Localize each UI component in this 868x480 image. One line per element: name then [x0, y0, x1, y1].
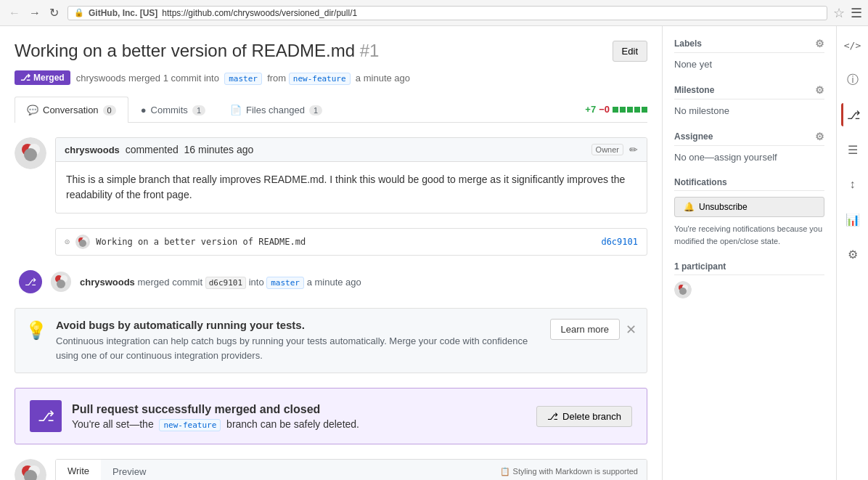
right-panel: Labels ⚙ None yet Milestone ⚙ No milesto… — [662, 26, 836, 480]
merge-target-branch: master — [266, 277, 304, 289]
new-comment-section: Write Preview 📋 Styling with Markdown is… — [15, 459, 647, 480]
assignee-value: No one—assign yourself — [674, 152, 824, 163]
diff-stat: +7 −0 — [585, 104, 647, 115]
conversation-icon: 💬 — [27, 105, 38, 115]
url-text: https://github.com/chryswoods/versioned_… — [162, 8, 357, 18]
diff-block-3 — [627, 107, 633, 113]
sidebar-code-icon[interactable]: </> — [841, 33, 864, 57]
commit-hash[interactable]: d6c9101 — [601, 237, 638, 247]
diff-block-1 — [613, 107, 618, 113]
tab-conversation[interactable]: 💬 Conversation 0 — [15, 97, 128, 123]
assignee-gear-icon[interactable]: ⚙ — [815, 131, 824, 142]
milestone-value: No milestone — [674, 105, 824, 116]
lock-icon: 🔒 — [74, 8, 84, 17]
sidebar-pr-icon[interactable]: ⎇ — [841, 103, 864, 126]
svg-point-3 — [24, 148, 37, 161]
tab-commits[interactable]: ● Commits 1 — [128, 97, 218, 123]
notifications-section: Notifications 🔔 Unsubscribe You're recei… — [674, 177, 824, 247]
tabs-bar: 💬 Conversation 0 ● Commits 1 📄 Files cha… — [15, 97, 647, 123]
merged-success-icon: ⎇ — [30, 400, 62, 432]
edit-button[interactable]: Edit — [613, 41, 647, 62]
main-layout: Working on a better version of README.md… — [0, 26, 868, 480]
sidebar-chart-icon[interactable]: 📊 — [841, 208, 864, 231]
refresh-button[interactable]: ↻ — [46, 4, 62, 21]
merged-success-title: Pull request successfully merged and clo… — [72, 403, 526, 416]
assignee-header: Assignee ⚙ — [674, 131, 824, 146]
notification-title: Avoid bugs by automatically running your… — [56, 319, 541, 331]
milestone-section: Milestone ⚙ No milestone — [674, 84, 824, 116]
sidebar-settings-icon[interactable]: ⚙ — [841, 243, 864, 266]
diff-add: +7 — [585, 104, 596, 115]
content-area: Working on a better version of README.md… — [0, 26, 662, 480]
comment-box: chryswoods commented 16 minutes ago Owne… — [55, 137, 647, 213]
milestone-header: Milestone ⚙ — [674, 84, 824, 99]
source-branch: new-feature — [289, 73, 351, 85]
diff-block-4 — [634, 107, 640, 113]
right-icon-sidebar: </> ⓘ ⎇ ☰ ↕ 📊 ⚙ — [836, 26, 868, 480]
preview-tab[interactable]: Preview — [101, 460, 157, 480]
participants-header: 1 participant — [674, 261, 824, 275]
pr-meta-text: chryswoods merged 1 commit into master f… — [76, 73, 410, 84]
tab-files-changed[interactable]: 📄 Files changed 1 — [218, 97, 335, 123]
commit-reference: ⊙ Working on a better version of README.… — [55, 228, 647, 256]
pr-body: chryswoods commented 16 minutes ago Owne… — [15, 123, 647, 480]
delete-branch-icon: ⎇ — [547, 411, 558, 422]
comment-body: This is a simple branch that really impr… — [56, 162, 647, 213]
merge-event-row: ⎇ chryswoods merged commit d6c9101 into … — [15, 270, 647, 293]
back-button[interactable]: ← — [6, 4, 23, 21]
commits-icon: ● — [141, 105, 147, 115]
bookmark-button[interactable]: ☆ — [833, 5, 845, 21]
edit-comment-icon[interactable]: ✏ — [629, 144, 638, 155]
markdown-icon: 📋 — [500, 467, 510, 476]
notifications-header: Notifications — [674, 177, 824, 191]
pr-title-text: Working on a better version of README.md — [15, 41, 355, 60]
participant-avatar — [674, 281, 692, 298]
sidebar-list-icon[interactable]: ☰ — [841, 138, 864, 161]
pr-number: #1 — [360, 41, 380, 60]
labels-gear-icon[interactable]: ⚙ — [815, 38, 824, 49]
milestone-gear-icon[interactable]: ⚙ — [815, 84, 824, 96]
notifications-description: You're receiving notifications because y… — [674, 223, 824, 247]
conversation-tab-label: Conversation — [43, 105, 99, 115]
new-comment-avatar — [15, 459, 46, 480]
deleted-branch: new-feature — [159, 419, 221, 431]
merge-event-author: chryswoods — [80, 277, 135, 288]
svg-point-19 — [679, 288, 687, 295]
sidebar-graph-icon[interactable]: ↕ — [841, 173, 864, 196]
address-bar[interactable]: 🔒 GitHub, Inc. [US] https://github.com/c… — [67, 6, 827, 20]
notification-close-button[interactable]: ✕ — [626, 322, 636, 338]
labels-header: Labels ⚙ — [674, 38, 824, 53]
merge-commit-hash: d6c9101 — [205, 277, 246, 289]
notification-description: Continuous integration can help catch bu… — [56, 334, 541, 362]
merge-event-text: chryswoods merged commit d6c9101 into ma… — [80, 277, 361, 288]
merged-success-desc: You're all set—the new-feature branch ca… — [72, 418, 526, 430]
participants-title: 1 participant — [674, 261, 726, 272]
comment-author: chryswoods — [65, 145, 120, 155]
browser-navigation: ← → ↻ — [6, 4, 62, 21]
milestone-title: Milestone — [674, 85, 714, 95]
learn-more-button[interactable]: Learn more — [550, 319, 620, 340]
notification-actions: Learn more ✕ — [550, 319, 636, 340]
assignee-section: Assignee ⚙ No one—assign yourself — [674, 131, 824, 163]
labels-title: Labels — [674, 38, 702, 49]
page-title: Working on a better version of README.md… — [15, 41, 379, 61]
labels-section: Labels ⚙ None yet — [674, 38, 824, 70]
commits-tab-label: Commits — [151, 105, 188, 115]
write-tabs: Write Preview 📋 Styling with Markdown is… — [56, 460, 647, 480]
participants-section: 1 participant — [674, 261, 824, 298]
write-tab[interactable]: Write — [56, 460, 101, 480]
sidebar-info-icon[interactable]: ⓘ — [841, 68, 864, 91]
delete-branch-button[interactable]: ⎇ Delete branch — [536, 406, 632, 427]
merged-badge: ⎇ Merged — [15, 70, 70, 85]
unsubscribe-button[interactable]: 🔔 Unsubscribe — [674, 197, 824, 217]
files-count: 1 — [309, 105, 322, 115]
menu-button[interactable]: ☰ — [851, 5, 862, 21]
write-area: Write Preview 📋 Styling with Markdown is… — [55, 459, 647, 480]
notifications-title: Notifications — [674, 177, 727, 187]
markdown-hint: 📋 Styling with Markdown is supported — [491, 460, 647, 480]
page-header: Working on a better version of README.md… — [15, 41, 647, 62]
forward-button[interactable]: → — [26, 4, 44, 21]
merge-event-action: merged commit — [137, 277, 205, 288]
owner-badge: Owner — [591, 144, 623, 155]
comment-action: commented — [126, 144, 179, 155]
